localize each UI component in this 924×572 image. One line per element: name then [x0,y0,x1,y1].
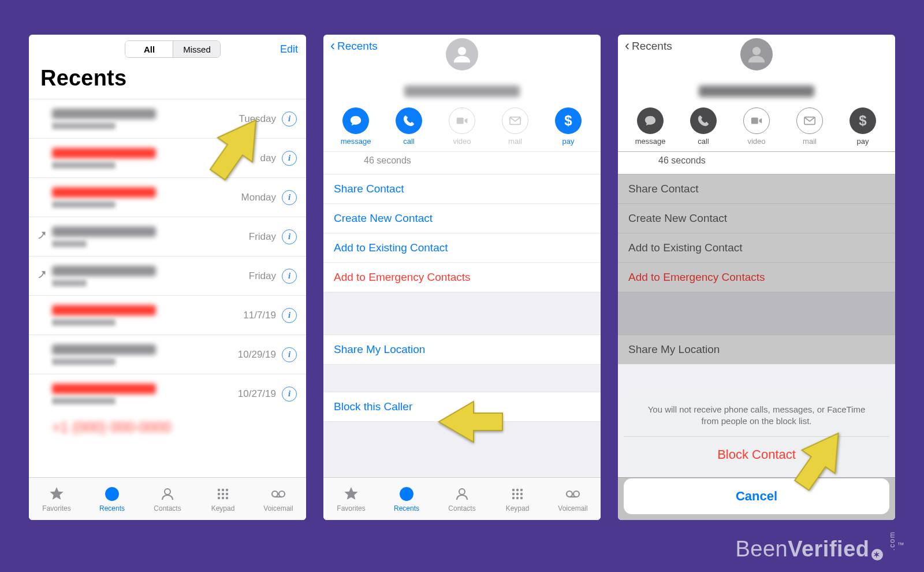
svg-point-10 [222,492,224,495]
partial-row: +1 (000) 000-0000 [29,413,306,436]
share-contact-button: Share Contact [618,174,895,203]
mail-icon [502,107,528,134]
phone-icon [396,107,422,134]
svg-point-13 [222,496,224,499]
recent-call-row[interactable]: 10/29/19 i [29,335,306,374]
svg-point-5 [165,489,170,495]
tab-favorites[interactable]: Favorites [323,478,379,520]
recent-call-row[interactable]: 10/27/19 i [29,374,306,413]
tab-recents[interactable]: Recents [84,478,140,520]
call-date: day [260,153,276,164]
action-message[interactable]: message [335,107,377,146]
action-pay[interactable]: $ pay [547,107,589,146]
call-date: Tuesday [239,113,276,125]
contact-number-blurred [404,86,520,97]
message-icon [342,107,369,134]
create-new-contact-button: Create New Contact [618,203,895,233]
svg-point-12 [218,496,220,499]
svg-point-25 [516,496,519,499]
info-icon[interactable]: i [282,190,297,205]
cancel-button[interactable]: Cancel [624,478,889,514]
svg-point-24 [512,496,515,499]
svg-point-20 [520,488,523,491]
check-badge-icon: ✶ [871,549,883,560]
info-icon[interactable]: i [282,151,297,166]
info-icon[interactable]: i [282,269,297,284]
recents-list[interactable]: Tuesday i day i Monday i Friday [29,99,306,477]
screenshot-recents-list: All Missed Edit Recents Tuesday i day i [29,35,306,520]
svg-point-11 [226,492,228,495]
block-this-caller-button[interactable]: Block this Caller [323,392,601,421]
block-contact-button[interactable]: Block Contact [624,436,889,473]
call-date: Friday [249,231,276,243]
share-contact-button[interactable]: Share Contact [323,174,601,203]
screenshot-block-confirm: ‹ Recents message call video mail $pay 4… [618,35,895,520]
recent-call-row[interactable]: Friday i [29,256,306,295]
tab-keypad[interactable]: Keypad [195,478,251,520]
share-my-location-button: Share My Location [618,335,895,364]
svg-point-17 [459,489,465,495]
action-sheet: You will not receive phone calls, messag… [624,395,889,515]
create-new-contact-button[interactable]: Create New Contact [323,203,601,233]
add-existing-contact-button: Add to Existing Contact [618,233,895,262]
tab-contacts[interactable]: Contacts [434,478,490,520]
segment-all[interactable]: All [125,41,173,57]
tab-recents[interactable]: Recents [379,478,434,520]
svg-point-21 [512,492,515,495]
person-icon [159,486,176,502]
back-button: Recents [632,40,672,53]
recent-call-row[interactable]: Monday i [29,177,306,217]
svg-point-8 [226,488,228,491]
info-icon[interactable]: i [282,347,297,362]
clock-icon [104,486,120,502]
svg-point-26 [520,496,523,499]
action-call[interactable]: call [388,107,430,146]
action-video: video [441,107,483,146]
tab-contacts[interactable]: Contacts [140,478,195,520]
add-emergency-contacts-button: Add to Emergency Contacts [618,262,895,292]
svg-point-19 [516,488,519,491]
call-date: Monday [241,192,276,203]
edit-button[interactable]: Edit [280,43,298,55]
call-duration: 46 seconds [323,151,601,174]
screenshot-contact-card: ‹ Recents message call video mail [323,35,601,520]
tab-voicemail[interactable]: Voicemail [545,478,601,520]
action-mail: mail [494,107,536,146]
segment-missed[interactable]: Missed [173,41,220,57]
tab-bar: Favorites Recents Contacts Keypad [29,477,306,520]
svg-rect-27 [751,118,758,124]
tab-keypad[interactable]: Keypad [490,478,545,520]
avatar-icon [446,38,478,70]
add-existing-contact-button[interactable]: Add to Existing Contact [323,233,601,262]
nav-bar: ‹ Recents [618,35,895,53]
svg-point-14 [226,496,228,499]
info-icon[interactable]: i [282,229,297,244]
pay-icon: $ [555,107,582,134]
page-title: Recents [29,61,306,99]
nav-bar: All Missed Edit [29,35,306,61]
recent-call-row[interactable]: 11/7/19 i [29,295,306,335]
back-chevron-icon[interactable]: ‹ [330,39,335,53]
info-icon[interactable]: i [282,112,297,127]
recent-call-row[interactable]: Friday i [29,217,306,256]
star-icon [49,486,65,502]
call-date: 10/27/19 [238,388,276,400]
video-icon [449,107,475,134]
tab-voicemail[interactable]: Voicemail [251,478,306,520]
svg-point-7 [222,488,224,491]
outgoing-call-icon [36,231,49,242]
back-button[interactable]: Recents [337,40,378,53]
tab-favorites[interactable]: Favorites [29,478,84,520]
watermark-logo: BeenVerified✶ .com™ [735,537,904,562]
recent-call-row[interactable]: Tuesday i [29,99,306,138]
action-sheet-message: You will not receive phone calls, messag… [624,395,889,437]
share-my-location-button[interactable]: Share My Location [323,335,601,364]
info-icon[interactable]: i [282,387,297,402]
call-date: Friday [249,270,276,282]
svg-point-18 [512,488,515,491]
action-buttons-row: message call video mail $ pay [323,97,601,151]
add-emergency-contacts-button[interactable]: Add to Emergency Contacts [323,262,601,292]
recent-call-row[interactable]: day i [29,138,306,177]
info-icon[interactable]: i [282,308,297,323]
segmented-control: All Missed [125,40,221,58]
